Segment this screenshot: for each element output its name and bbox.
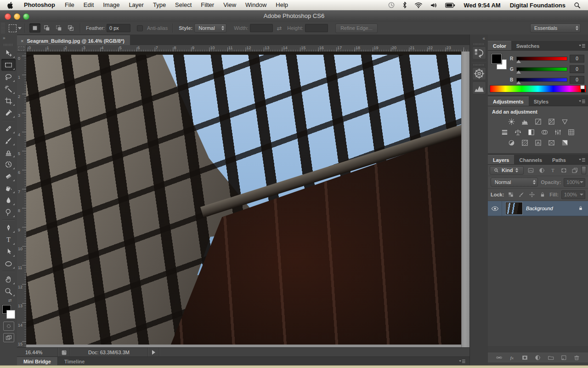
menu-window[interactable]: Window bbox=[241, 0, 271, 10]
vertical-scrollbar[interactable] bbox=[461, 52, 470, 347]
brightness-contrast-icon[interactable] bbox=[505, 117, 517, 126]
tools-grip[interactable] bbox=[4, 44, 13, 46]
tab-paths[interactable]: Paths bbox=[547, 155, 571, 164]
dodge-tool[interactable] bbox=[1, 206, 16, 218]
options-bar-grip[interactable] bbox=[1, 23, 5, 33]
histogram-panel-icon[interactable] bbox=[472, 81, 486, 94]
menu-photoshop[interactable]: Photoshop bbox=[19, 0, 60, 10]
menu-help[interactable]: Help bbox=[271, 0, 293, 10]
photo-filter-icon[interactable] bbox=[539, 127, 551, 137]
posterize-icon[interactable] bbox=[519, 138, 531, 148]
white-swatch[interactable] bbox=[580, 85, 585, 89]
eraser-tool[interactable] bbox=[1, 170, 16, 182]
menu-view[interactable]: View bbox=[219, 0, 241, 10]
link-layers-button[interactable] bbox=[494, 353, 503, 362]
menu-bar-user[interactable]: Digital Foundations bbox=[506, 2, 569, 9]
delete-layer-button[interactable] bbox=[572, 353, 582, 362]
slider-thumb[interactable] bbox=[516, 70, 521, 74]
menu-edit[interactable]: Edit bbox=[79, 0, 98, 10]
quick-mask-button[interactable] bbox=[3, 322, 14, 331]
antialias-checkbox[interactable] bbox=[137, 25, 143, 31]
menu-file[interactable]: File bbox=[60, 0, 79, 10]
clone-stamp-tool[interactable] bbox=[1, 146, 16, 158]
pixel-filter-icon[interactable] bbox=[526, 166, 536, 174]
tab-layers[interactable]: Layers bbox=[488, 155, 514, 164]
menu-image[interactable]: Image bbox=[98, 0, 124, 10]
curves-icon[interactable] bbox=[532, 117, 544, 126]
rectangular-marquee-tool[interactable] bbox=[1, 59, 16, 71]
battery-icon[interactable] bbox=[442, 0, 458, 10]
adjustment-filter-icon[interactable] bbox=[537, 166, 547, 174]
invert-icon[interactable] bbox=[505, 138, 517, 148]
expand-tools-icon[interactable]: » bbox=[0, 34, 17, 43]
opacity-field[interactable]: 100% bbox=[564, 178, 585, 187]
zoom-level-field[interactable]: 16.44% bbox=[17, 348, 58, 357]
document-tab[interactable]: × Seagram_Building.jpg @ 16.4% (RGB/8*) bbox=[17, 35, 130, 46]
bottom-tab-timeline[interactable]: Timeline bbox=[58, 357, 91, 366]
workspace-switcher[interactable]: Essentials bbox=[530, 23, 581, 33]
blend-mode-dropdown[interactable]: Normal bbox=[491, 178, 538, 187]
paint-bucket-tool[interactable] bbox=[1, 182, 16, 194]
filter-kind-dropdown[interactable]: Kind bbox=[490, 166, 524, 175]
crop-tool[interactable] bbox=[1, 95, 16, 107]
selective-color-icon[interactable] bbox=[559, 138, 571, 148]
black-white-icon[interactable] bbox=[526, 127, 537, 137]
color-lookup-icon[interactable] bbox=[565, 127, 577, 137]
swap-colors-icon[interactable]: ⇄ bbox=[8, 298, 14, 303]
feather-input[interactable]: 0 px bbox=[107, 24, 130, 32]
move-tool[interactable] bbox=[1, 47, 16, 59]
layer-name[interactable]: Background bbox=[526, 206, 578, 211]
fill-field[interactable]: 100% bbox=[561, 190, 585, 199]
slider-thumb[interactable] bbox=[516, 60, 521, 63]
history-brush-tool[interactable] bbox=[1, 158, 16, 170]
g-slider[interactable] bbox=[516, 67, 567, 71]
canvas[interactable] bbox=[26, 52, 461, 347]
r-slider[interactable] bbox=[516, 57, 567, 61]
menu-layer[interactable]: Layer bbox=[124, 0, 148, 10]
zoom-tool[interactable] bbox=[1, 285, 16, 297]
new-layer-button[interactable] bbox=[560, 353, 569, 362]
status-flyout-button[interactable] bbox=[148, 348, 159, 357]
hand-tool[interactable] bbox=[1, 273, 16, 285]
history-panel-icon[interactable] bbox=[472, 46, 486, 59]
menu-bar-clock[interactable]: Wed 9:54 AM bbox=[460, 2, 504, 9]
selection-add-button[interactable] bbox=[41, 23, 52, 33]
layer-style-button[interactable]: fx bbox=[507, 353, 516, 362]
add-layer-mask-button[interactable] bbox=[520, 353, 530, 362]
vibrance-icon[interactable] bbox=[559, 117, 571, 126]
tab-swatches[interactable]: Swatches bbox=[511, 41, 545, 50]
hue-saturation-icon[interactable] bbox=[499, 127, 511, 137]
close-document-icon[interactable]: × bbox=[21, 38, 23, 44]
height-input[interactable] bbox=[305, 24, 328, 32]
quick-selection-tool[interactable] bbox=[1, 83, 16, 95]
foreground-color-swatch[interactable] bbox=[492, 54, 502, 64]
b-value-field[interactable]: 0 bbox=[570, 76, 584, 84]
volume-icon[interactable] bbox=[427, 0, 441, 10]
ellipse-tool[interactable] bbox=[1, 258, 16, 270]
layer-thumbnail[interactable] bbox=[506, 202, 522, 214]
document-preview-icon[interactable] bbox=[58, 348, 70, 357]
layer-row[interactable]: Background bbox=[488, 201, 588, 216]
slider-thumb[interactable] bbox=[516, 81, 521, 84]
screen-mode-button[interactable] bbox=[3, 333, 14, 342]
tab-adjustments[interactable]: Adjustments bbox=[488, 97, 529, 106]
style-dropdown[interactable]: Normal bbox=[194, 23, 226, 33]
navigator-panel-icon[interactable] bbox=[472, 67, 486, 80]
b-slider[interactable] bbox=[516, 78, 567, 82]
black-swatch[interactable] bbox=[581, 89, 585, 92]
smart-object-filter-icon[interactable] bbox=[570, 166, 580, 174]
menu-filter[interactable]: Filter bbox=[196, 0, 219, 10]
tab-channels[interactable]: Channels bbox=[514, 155, 547, 164]
wifi-icon[interactable] bbox=[412, 0, 425, 10]
new-adjustment-layer-button[interactable] bbox=[533, 353, 543, 362]
layer-visibility-toggle[interactable] bbox=[488, 201, 502, 216]
color-balance-icon[interactable] bbox=[512, 127, 524, 137]
panel-menu-icon[interactable] bbox=[578, 157, 586, 163]
lock-transparency-icon[interactable] bbox=[507, 190, 515, 199]
bottom-tab-mini-bridge[interactable]: Mini Bridge bbox=[17, 357, 58, 366]
panel-menu-icon[interactable] bbox=[578, 99, 586, 105]
lock-all-icon[interactable] bbox=[538, 190, 547, 199]
doc-size-readout[interactable]: Doc: 63.3M/63.3M bbox=[70, 348, 148, 357]
type-tool[interactable]: T bbox=[1, 234, 16, 246]
eyedropper-tool[interactable] bbox=[1, 107, 16, 119]
